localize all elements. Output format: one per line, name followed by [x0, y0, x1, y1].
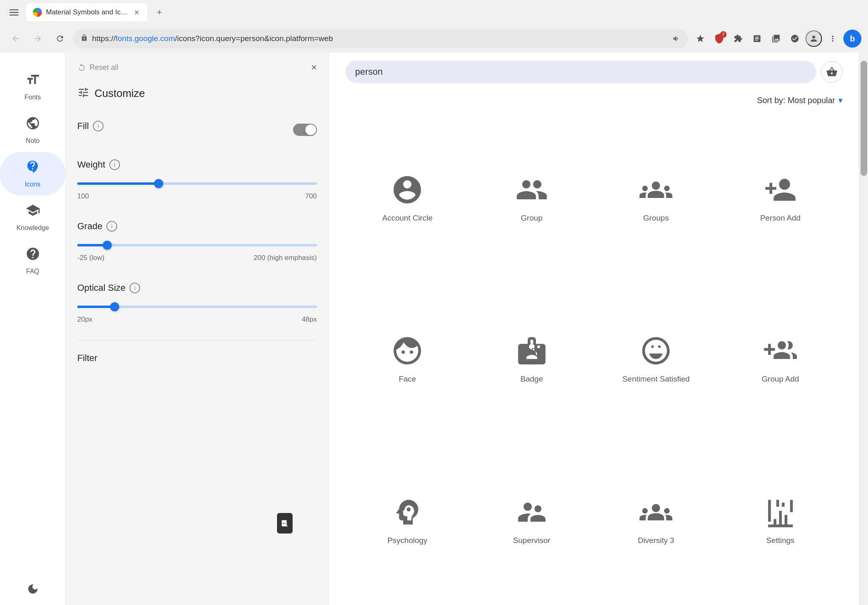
profile-button[interactable] [806, 30, 822, 47]
icon-cell-account-circle[interactable]: Account Circle [345, 117, 470, 278]
icon-cell-psychology[interactable]: Psychology [345, 440, 470, 601]
optical-size-info-icon[interactable]: i [129, 283, 140, 293]
optical-size-slider-container: 20px 48px [77, 301, 317, 328]
grade-min-label: -25 (low) [77, 254, 104, 262]
nav-dark-mode[interactable] [18, 575, 47, 605]
icon-cell-supervisor[interactable]: Supervisor [470, 440, 594, 601]
more-options-button[interactable] [824, 30, 841, 47]
scrollbar-thumb[interactable] [861, 61, 867, 176]
nav-item-noto[interactable]: Noto [0, 108, 65, 152]
icon-cell-group-add[interactable]: Group Add [718, 278, 843, 439]
nav-item-knowledge[interactable]: Knowledge [0, 196, 65, 239]
nav-label-knowledge: Knowledge [16, 224, 49, 232]
sidebar-toggle-button[interactable] [5, 3, 23, 21]
address-bar[interactable]: https://fonts.google.com/icons?icon.quer… [73, 29, 688, 48]
icon-cell-groups[interactable]: Groups [594, 117, 718, 278]
browser-tab[interactable]: Material Symbols and Icons - Go ✕ [26, 3, 147, 21]
sort-button[interactable]: Sort by: Most popular ▾ [757, 95, 843, 105]
fill-toggle-row: Fill i [77, 121, 317, 139]
groups-icon [639, 173, 672, 206]
fill-toggle[interactable] [293, 124, 317, 136]
customize-close-button[interactable]: × [311, 62, 317, 73]
group-add-icon [764, 334, 797, 367]
tab-title: Material Symbols and Icons - Go [46, 8, 128, 16]
cart-button[interactable] [821, 61, 843, 83]
shield-button[interactable]: 7 [711, 30, 727, 47]
favorites-button[interactable] [692, 30, 709, 47]
icon-cell-badge[interactable]: Badge [470, 278, 594, 439]
icon-label-group-add: Group Add [762, 375, 799, 384]
weight-info-icon[interactable]: i [109, 159, 120, 170]
back-button[interactable] [7, 30, 25, 48]
optical-size-max-label: 48px [302, 315, 317, 324]
icon-label-psychology: Psychology [388, 536, 427, 545]
fill-info-icon[interactable]: i [93, 121, 104, 131]
tab-favicon [33, 8, 42, 17]
optical-size-min-label: 20px [77, 315, 92, 324]
tab-close-button[interactable]: ✕ [132, 8, 141, 16]
filter-section: Filter [66, 345, 328, 372]
icon-cell-sentiment-satisfied[interactable]: Sentiment Satisfied [594, 278, 718, 439]
scrollbar[interactable] [859, 53, 868, 605]
copilot-button[interactable] [787, 30, 803, 47]
forward-button[interactable] [29, 30, 47, 48]
nav-item-icons[interactable]: Icons [0, 152, 65, 196]
toolbar-right: 7 b [692, 30, 861, 48]
icon-label-group: Group [521, 214, 542, 223]
refresh-button[interactable] [51, 30, 69, 48]
grade-label: Grade [77, 221, 102, 232]
collections-button[interactable] [768, 30, 784, 47]
icon-cell-person-add[interactable]: Person Add [718, 117, 843, 278]
extensions-button[interactable] [730, 30, 746, 47]
grade-slider[interactable] [77, 244, 317, 246]
nav-label-icons: Icons [25, 181, 40, 188]
psychology-icon [391, 496, 424, 529]
bing-button[interactable]: b [843, 30, 861, 48]
grade-info-icon[interactable]: i [106, 221, 117, 232]
icon-label-settings: Settings [766, 536, 794, 545]
optical-size-label: Optical Size [77, 283, 125, 293]
noto-icon [25, 116, 40, 134]
reader-mode-button[interactable] [749, 30, 765, 47]
weight-slider-container: 100 700 [77, 177, 317, 205]
weight-info-text: i [114, 161, 115, 168]
shield-badge-count: 7 [720, 31, 727, 38]
read-aloud-icon [672, 35, 681, 43]
badge-icon [515, 334, 548, 367]
person-add-icon [764, 173, 797, 206]
filter-label: Filter [77, 353, 97, 363]
grade-section: Grade i -25 (low) 200 (high emphasis) [66, 213, 328, 274]
weight-slider[interactable] [77, 182, 317, 185]
supervisor-icon [515, 496, 548, 529]
browser-toolbar: https://fonts.google.com/icons?icon.quer… [0, 25, 868, 53]
nav-item-fonts[interactable]: Fonts [0, 65, 65, 108]
icon-label-account-circle: Account Circle [382, 214, 433, 223]
nav-item-faq[interactable]: FAQ [0, 239, 65, 283]
icon-label-supervisor: Supervisor [513, 536, 550, 545]
icon-cell-settings[interactable]: Settings [718, 440, 843, 601]
grade-info-text: i [111, 223, 113, 230]
icon-label-face: Face [399, 375, 416, 384]
optical-size-slider[interactable] [77, 306, 317, 308]
icon-cell-face[interactable]: Face [345, 278, 470, 439]
icon-cell-diversity-3[interactable]: Diversity 3 [594, 440, 718, 601]
icon-cell-group[interactable]: Group [470, 117, 594, 278]
search-input-wrapper[interactable]: person [345, 61, 816, 83]
knowledge-icon [25, 203, 40, 221]
dark-mode-icon [27, 589, 39, 596]
nav-label-fonts: Fonts [24, 94, 41, 101]
feedback-button[interactable] [277, 513, 293, 534]
sort-chevron: ▾ [838, 95, 843, 105]
feedback-icon [281, 520, 289, 527]
svg-rect-2 [9, 15, 18, 16]
new-tab-button[interactable]: + [150, 3, 169, 21]
grade-slider-container: -25 (low) 200 (high emphasis) [77, 239, 317, 266]
reset-all-button[interactable]: Reset all [77, 63, 118, 72]
sentiment-satisfied-icon [639, 334, 672, 367]
icon-label-person-add: Person Add [760, 214, 801, 223]
fill-label: Fill [77, 121, 89, 131]
faq-icon [25, 246, 40, 265]
weight-label: Weight [77, 159, 105, 170]
browser-content: Fonts Noto Icons [0, 53, 868, 605]
icon-label-sentiment-satisfied: Sentiment Satisfied [622, 375, 690, 384]
